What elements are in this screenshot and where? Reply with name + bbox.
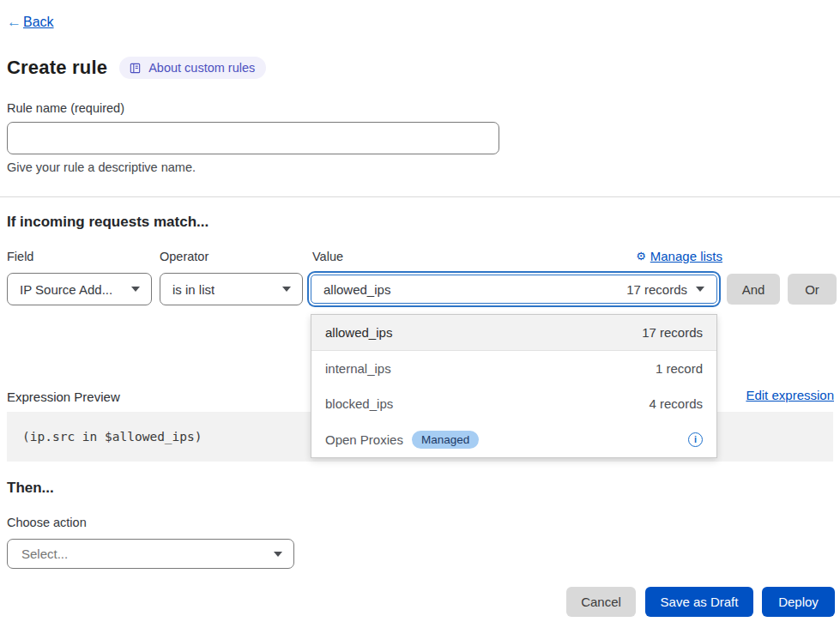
- then-section-heading: Then...: [7, 480, 54, 497]
- back-arrow-icon: ←: [7, 14, 21, 31]
- expression-code: (ip.src in $allowed_ips): [22, 430, 202, 444]
- field-select[interactable]: IP Source Add...: [7, 273, 152, 305]
- rule-name-input[interactable]: [7, 122, 499, 154]
- value-column-label: Value: [312, 250, 343, 263]
- list-item-blocked-ips[interactable]: blocked_ips 4 records: [311, 386, 716, 422]
- list-item-name: internal_ips: [325, 361, 391, 376]
- chevron-down-icon: [696, 287, 704, 292]
- value-dropdown-panel: allowed_ips 17 records internal_ips 1 re…: [311, 314, 717, 458]
- managed-badge: Managed: [412, 431, 479, 449]
- list-item-records: 4 records: [649, 396, 703, 411]
- match-section-heading: If incoming requests match...: [7, 214, 208, 231]
- cancel-button[interactable]: Cancel: [566, 587, 636, 617]
- edit-expression-link[interactable]: Edit expression: [746, 388, 834, 402]
- value-select-value: allowed_ips: [323, 282, 390, 297]
- rule-name-help-text: Give your rule a descriptive name.: [7, 160, 196, 174]
- list-item-name: allowed_ips: [325, 325, 392, 340]
- list-item-records: 1 record: [656, 361, 703, 376]
- value-select-records: 17 records: [626, 282, 687, 297]
- field-select-value: IP Source Add...: [20, 282, 112, 297]
- deploy-button[interactable]: Deploy: [762, 587, 835, 617]
- create-rule-page: ←Back Create rule About custom rules Rul…: [0, 0, 840, 634]
- choose-action-label: Choose action: [7, 516, 87, 529]
- list-item-name: blocked_ips: [325, 396, 393, 411]
- chevron-down-icon: [274, 552, 282, 557]
- manage-lists-label: Manage lists: [650, 249, 722, 263]
- page-title-row: Create rule About custom rules: [7, 57, 266, 79]
- list-item-allowed-ips[interactable]: allowed_ips 17 records: [311, 315, 716, 351]
- save-as-draft-button[interactable]: Save as Draft: [645, 587, 753, 617]
- value-select[interactable]: allowed_ips 17 records: [311, 275, 717, 304]
- or-button[interactable]: Or: [788, 274, 837, 305]
- about-badge-label: About custom rules: [148, 61, 255, 75]
- book-icon: [129, 62, 142, 75]
- operator-select-value: is in list: [172, 282, 215, 297]
- back-link-label: Back: [23, 15, 54, 30]
- gear-icon: ⚙: [636, 251, 646, 262]
- operator-select[interactable]: is in list: [160, 273, 303, 305]
- list-item-internal-ips[interactable]: internal_ips 1 record: [311, 351, 716, 387]
- list-item-open-proxies[interactable]: Open Proxies Managed i: [311, 422, 716, 458]
- back-link[interactable]: ←Back: [7, 14, 54, 31]
- action-select-placeholder: Select...: [21, 546, 68, 561]
- expression-preview-label: Expression Preview: [7, 389, 120, 404]
- page-title: Create rule: [7, 57, 107, 79]
- manage-lists-link[interactable]: ⚙ Manage lists: [636, 249, 722, 263]
- info-icon[interactable]: i: [688, 432, 703, 447]
- chevron-down-icon: [131, 287, 140, 292]
- action-select[interactable]: Select...: [7, 539, 294, 569]
- list-item-name: Open Proxies: [325, 432, 403, 447]
- about-custom-rules-badge[interactable]: About custom rules: [119, 57, 266, 79]
- list-item-records: 17 records: [642, 325, 703, 340]
- and-button[interactable]: And: [727, 274, 780, 305]
- chevron-down-icon: [282, 287, 291, 292]
- section-divider: [0, 196, 840, 197]
- field-column-label: Field: [7, 250, 33, 263]
- operator-column-label: Operator: [160, 250, 208, 263]
- rule-name-label: Rule name (required): [7, 101, 124, 115]
